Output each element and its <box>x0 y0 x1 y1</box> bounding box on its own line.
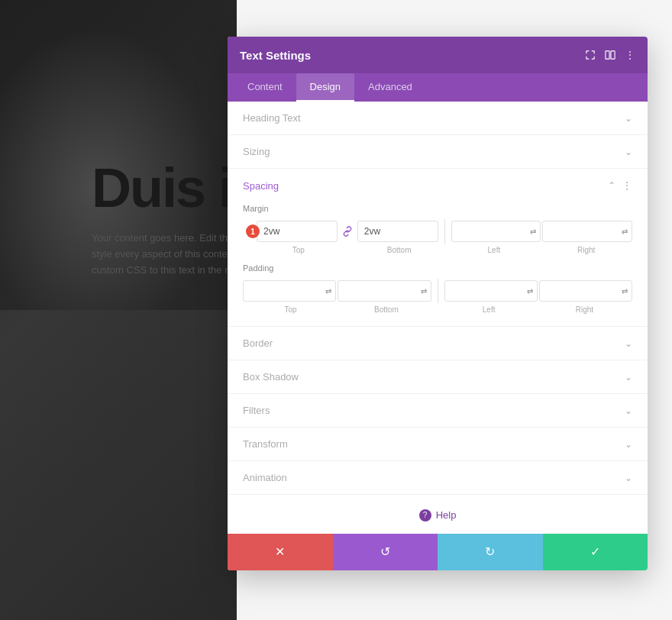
fullscreen-icon[interactable] <box>585 50 596 60</box>
margin-label: Margin <box>243 204 632 213</box>
cancel-icon: ✕ <box>275 544 285 559</box>
modal-title: Text Settings <box>240 49 311 62</box>
padding-top-input[interactable] <box>243 280 336 302</box>
help-label: Help <box>436 509 457 521</box>
margin-left-link-icon: ⇄ <box>530 228 536 236</box>
padding-top-field-wrap: ⇄ <box>243 280 336 302</box>
margin-left-right-group: ⇄ ⇄ <box>451 221 633 242</box>
save-icon: ✓ <box>590 544 600 559</box>
tab-design[interactable]: Design <box>296 73 354 102</box>
tab-content[interactable]: Content <box>234 73 296 102</box>
padding-top-bottom-group: ⇄ ⇄ <box>243 280 431 302</box>
section-sizing-label: Sizing <box>243 146 270 157</box>
fullscreen-svg <box>585 50 596 60</box>
section-animation-label: Animation <box>243 472 287 483</box>
spacing-content: Margin 1 <box>228 198 648 326</box>
padding-label: Padding <box>243 263 632 273</box>
reset-icon: ↺ <box>380 544 390 559</box>
modal-body: Heading Text ⌄ Sizing ⌄ Spacing ⌃ ⋮ Marg… <box>228 102 648 534</box>
text-settings-modal: Text Settings ⋮ Content Design Advanced <box>228 37 648 570</box>
section-filters-chevron: ⌄ <box>625 405 632 416</box>
section-heading-text[interactable]: Heading Text ⌄ <box>228 102 648 135</box>
padding-top-label: Top <box>243 305 338 314</box>
spacing-title: Spacing <box>243 180 279 192</box>
margin-tb-labels: Top Bottom <box>257 246 441 254</box>
modal-tabs: Content Design Advanced <box>228 73 648 102</box>
padding-right-label: Right <box>537 305 632 314</box>
margin-badge: 1 <box>246 224 260 238</box>
padding-bottom-label: Bottom <box>338 305 434 314</box>
section-border-label: Border <box>243 337 273 349</box>
margin-left-input[interactable] <box>451 221 541 242</box>
margin-inputs-container: 1 <box>243 219 632 244</box>
margin-top-label: Top <box>257 246 341 254</box>
section-sizing[interactable]: Sizing ⌄ <box>228 135 648 169</box>
redo-icon: ↻ <box>485 544 495 559</box>
margin-bottom-field-wrap <box>357 221 438 242</box>
padding-right-field-wrap: ⇄ <box>539 280 632 302</box>
section-border-chevron: ⌄ <box>625 338 632 349</box>
spacing-options-icon[interactable]: ⋮ <box>622 179 632 192</box>
padding-bottom-field-wrap: ⇄ <box>338 280 431 302</box>
padding-bottom-link-icon: ⇄ <box>421 287 427 295</box>
margin-left-label: Left <box>448 246 541 254</box>
section-filters[interactable]: Filters ⌄ <box>228 394 648 428</box>
cancel-button[interactable]: ✕ <box>228 534 333 570</box>
padding-col-labels: Top Bottom Left Right <box>243 305 632 314</box>
margin-right-field-wrap: ⇄ <box>542 221 632 242</box>
padding-right-link-icon: ⇄ <box>622 287 628 295</box>
modal-header: Text Settings ⋮ <box>228 37 648 73</box>
reset-button[interactable]: ↺ <box>333 534 438 570</box>
redo-button[interactable]: ↻ <box>438 534 543 570</box>
section-animation-chevron: ⌄ <box>625 473 632 483</box>
padding-divider <box>438 279 438 303</box>
margin-inputs-row: ⇄ ⇄ <box>243 219 632 244</box>
padding-right-input[interactable] <box>539 280 632 302</box>
padding-bottom-input[interactable] <box>338 280 431 302</box>
section-sizing-chevron: ⌄ <box>625 147 632 157</box>
spacing-header[interactable]: Spacing ⌃ ⋮ <box>228 169 648 198</box>
section-heading-text-chevron: ⌄ <box>625 113 632 124</box>
section-transform-chevron: ⌄ <box>625 439 632 450</box>
margin-right-input[interactable] <box>542 221 632 242</box>
help-link[interactable]: ? Help <box>419 509 457 522</box>
section-box-shadow-label: Box Shadow <box>243 371 299 383</box>
margin-right-link-icon: ⇄ <box>622 228 628 236</box>
padding-left-label: Left <box>441 305 537 314</box>
margin-left-field-wrap: ⇄ <box>451 221 541 242</box>
section-border[interactable]: Border ⌄ <box>228 327 648 360</box>
columns-icon[interactable] <box>605 50 615 60</box>
section-spacing: Spacing ⌃ ⋮ Margin 1 <box>228 169 648 327</box>
spacing-chevron-icon: ⌃ <box>608 180 615 191</box>
section-box-shadow[interactable]: Box Shadow ⌄ <box>228 360 648 394</box>
chain-link-svg <box>342 226 353 237</box>
action-bar: ✕ ↺ ↻ ✓ <box>228 534 648 570</box>
padding-inputs-row: ⇄ ⇄ ⇄ <box>243 279 632 303</box>
help-bar: ? Help <box>228 495 648 534</box>
save-button[interactable]: ✓ <box>543 534 648 570</box>
columns-svg <box>605 50 615 60</box>
padding-left-right-group: ⇄ ⇄ <box>444 280 633 302</box>
margin-col-labels: Top Bottom Left Right <box>243 246 632 254</box>
more-options-icon[interactable]: ⋮ <box>625 49 635 61</box>
margin-top-field-wrap <box>257 221 338 242</box>
svg-rect-0 <box>606 51 609 60</box>
spacing-header-right: ⌃ ⋮ <box>608 179 632 192</box>
padding-left-link-icon: ⇄ <box>527 287 533 295</box>
margin-lr-labels: Left Right <box>448 246 633 254</box>
padding-top-link-icon: ⇄ <box>325 287 331 295</box>
margin-top-input[interactable] <box>257 221 338 242</box>
section-heading-text-label: Heading Text <box>243 112 301 124</box>
section-animation[interactable]: Animation ⌄ <box>228 461 648 495</box>
section-transform[interactable]: Transform ⌄ <box>228 428 648 461</box>
margin-right-label: Right <box>540 246 632 254</box>
margin-chain-icon[interactable] <box>339 226 356 237</box>
margin-divider <box>444 219 445 244</box>
padding-left-input[interactable] <box>444 280 538 302</box>
section-transform-label: Transform <box>243 438 288 450</box>
margin-top-bottom-group <box>257 221 438 242</box>
tab-advanced[interactable]: Advanced <box>354 73 426 102</box>
margin-bottom-input[interactable] <box>357 221 438 242</box>
modal-header-icons: ⋮ <box>585 49 635 61</box>
section-filters-label: Filters <box>243 405 270 416</box>
